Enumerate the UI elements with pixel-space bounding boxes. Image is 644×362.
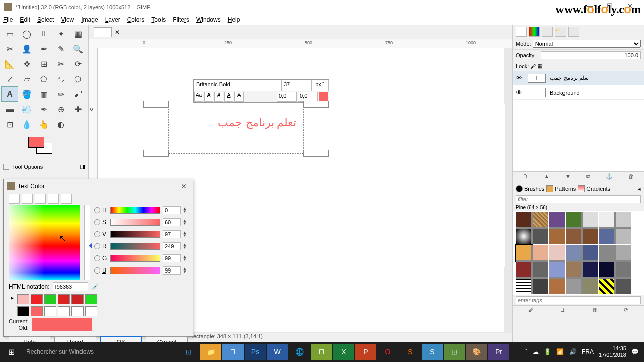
menu-layer[interactable]: Layer [105,16,120,23]
channels-tab-icon[interactable] [529,27,540,37]
radio-b[interactable] [94,267,100,274]
lock-pixels-icon[interactable]: 🖌 [530,63,536,69]
value-strip[interactable] [84,205,90,280]
tray-up-icon[interactable]: ˄ [525,348,528,355]
pattern-item[interactable] [615,245,631,261]
font-size-input[interactable]: 37 [281,80,311,91]
radio-r[interactable] [94,243,100,249]
lock-alpha-icon[interactable]: ▦ [537,63,542,69]
pattern-item[interactable] [532,278,548,294]
pattern-item[interactable] [582,212,598,228]
image-tab[interactable] [94,27,112,37]
swatch-arrow-icon[interactable]: ▸ [9,294,16,304]
swatch[interactable] [44,306,56,316]
tool-blend[interactable]: ▥ [35,86,52,102]
tool-flip[interactable]: ⇋ [52,71,69,86]
tool-perspective-clone[interactable]: ⊡ [1,117,18,132]
pattern-item[interactable] [516,212,532,228]
pattern-item[interactable] [599,212,615,228]
pattern-item[interactable] [516,278,532,294]
pattern-filter-input[interactable] [516,195,641,203]
tool-brush[interactable]: 🖌 [69,86,87,102]
pattern-item[interactable] [532,228,548,244]
italic-button[interactable]: A [214,92,223,102]
menu-tools[interactable]: Tools [151,16,166,23]
pattern-item[interactable] [599,228,615,244]
text-color-swatch[interactable] [319,92,328,102]
tool-move[interactable]: ✥ [18,56,35,71]
taskbar-app[interactable]: X [333,344,354,360]
mode-palette-icon[interactable] [61,194,72,204]
dialog-close-icon[interactable]: ✕ [178,182,190,190]
gradients-tab[interactable]: Gradients [578,185,610,192]
radio-v[interactable] [94,231,100,237]
menu-image[interactable]: Image [81,16,98,23]
canvas-text[interactable]: تعلم برنامج جمب [218,116,296,129]
tool-shear[interactable]: ▱ [18,71,35,86]
mode-cmyk-icon[interactable] [22,194,33,204]
swatch[interactable] [58,306,70,316]
pattern-item[interactable] [599,278,615,294]
pattern-item[interactable] [615,212,631,228]
radio-s[interactable] [94,219,100,225]
taskbar-search[interactable]: Rechercher sur Windows [22,348,173,355]
taskbar-app[interactable]: P [355,344,376,360]
mode-watercolor-icon[interactable] [35,194,46,204]
tool-rect-select[interactable]: ▭ [1,26,18,41]
tool-picker[interactable]: ✎ [52,41,69,56]
taskbar-clock[interactable]: 14:3517/01/2018 [599,345,626,358]
pattern-item[interactable] [582,261,598,278]
tool-zoom[interactable]: 🔍 [69,41,87,56]
refresh-pattern-icon[interactable]: ⟳ [624,307,628,315]
menu-help[interactable]: Help [228,16,240,23]
tray-notifications-icon[interactable]: 💬 [631,348,639,355]
tray-volume-icon[interactable]: 🔊 [569,348,577,355]
pattern-item[interactable] [549,228,565,244]
slider-h[interactable] [110,207,160,214]
value-s[interactable]: 60 [163,218,181,226]
layer-name[interactable]: Background [550,89,580,96]
tool-foreground[interactable]: 👤 [18,41,35,56]
value-g[interactable]: 99 [163,254,181,262]
swatch[interactable] [71,306,84,316]
tray-cloud-icon[interactable]: ☁ [533,348,539,355]
taskbar-app[interactable]: S [422,344,443,360]
tool-paths[interactable]: ✒ [35,41,52,56]
pattern-item[interactable] [532,212,548,228]
pattern-item[interactable] [549,212,565,228]
pattern-item[interactable] [566,261,582,278]
tab-close-icon[interactable]: ✕ [115,29,120,36]
pattern-item[interactable] [516,245,532,261]
strike-button[interactable]: A̶ [234,92,244,102]
taskbar-app[interactable]: ⊡ [444,344,465,360]
tool-perspective[interactable]: ⬠ [35,71,52,86]
taskbar-app[interactable]: 🗒 [222,344,244,360]
pattern-item[interactable] [566,228,582,244]
tool-bucket[interactable]: 🪣 [18,86,35,102]
tool-ink[interactable]: ✒ [35,102,52,117]
pattern-item[interactable] [615,278,631,294]
pattern-item[interactable] [615,228,631,244]
taskbar-app[interactable]: 🗒 [311,344,332,360]
pattern-item[interactable] [516,228,532,244]
swatch[interactable] [31,294,43,304]
delete-layer-icon[interactable]: 🗑 [628,173,634,182]
history-tab-icon[interactable] [568,27,579,37]
visibility-icon[interactable]: 👁 [516,74,524,82]
pattern-item[interactable] [582,228,598,244]
pattern-item[interactable] [516,261,532,278]
eyedropper-icon[interactable]: 💉 [91,283,99,290]
taskbar-app[interactable]: O [377,344,398,360]
menu-select[interactable]: Select [37,16,54,23]
clear-style-button[interactable]: Aa [194,92,203,102]
start-button[interactable]: ⊞ [0,347,22,357]
tool-blur[interactable]: 💧 [18,117,35,132]
pattern-item[interactable] [566,212,582,228]
undo-tab-icon[interactable]: ↶ [555,27,566,37]
layer-down-icon[interactable]: ▼ [565,173,571,182]
tool-airbrush[interactable]: 💨 [18,102,35,117]
pattern-item[interactable] [566,245,582,261]
anchor-layer-icon[interactable]: ⚓ [606,173,613,182]
opacity-value[interactable]: 100.0 [541,51,641,59]
tool-crop[interactable]: ✂ [52,56,69,71]
